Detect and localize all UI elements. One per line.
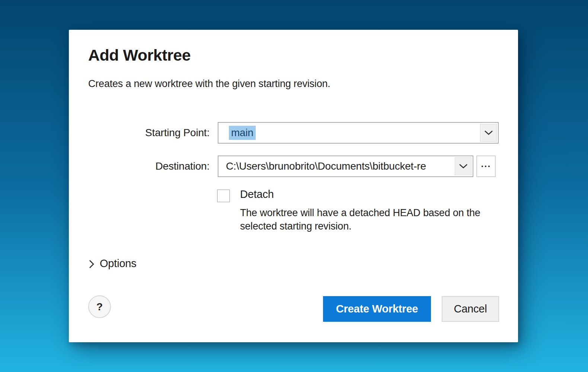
starting-point-dropdown-button[interactable]: [480, 124, 497, 142]
chevron-down-icon: [459, 164, 468, 169]
detach-description-line: The worktree will have a detached HEAD b…: [240, 206, 480, 219]
cancel-button[interactable]: Cancel: [442, 296, 499, 322]
dialog-subtitle: Creates a new worktree with the given st…: [88, 78, 330, 90]
options-label: Options: [100, 257, 137, 270]
detach-description-line: selected starting revision.: [240, 219, 480, 233]
dialog-title: Add Worktree: [88, 46, 191, 64]
detach-checkbox[interactable]: [217, 189, 230, 202]
options-expander[interactable]: Options: [89, 257, 137, 270]
starting-point-label: Starting Point:: [69, 122, 210, 144]
destination-combobox[interactable]: C:\Users\brunobrito\Documents\bitbucket-…: [218, 155, 473, 177]
chevron-down-icon: [484, 130, 493, 135]
destination-label: Destination:: [69, 155, 210, 177]
add-worktree-dialog: Add Worktree Creates a new worktree with…: [69, 30, 518, 342]
destination-value[interactable]: C:\Users\brunobrito\Documents\bitbucket-…: [226, 160, 426, 172]
create-worktree-button[interactable]: Create Worktree: [323, 296, 431, 322]
detach-row: Detach The worktree will have a detached…: [217, 188, 480, 233]
starting-point-value[interactable]: main: [229, 126, 256, 140]
detach-description: The worktree will have a detached HEAD b…: [240, 206, 480, 233]
starting-point-combobox[interactable]: main: [218, 122, 499, 144]
destination-dropdown-button[interactable]: [455, 157, 472, 175]
starting-point-row: Starting Point: main: [69, 122, 518, 144]
detach-label[interactable]: Detach: [240, 188, 480, 201]
chevron-right-icon: [89, 259, 95, 269]
browse-button[interactable]: ···: [476, 155, 496, 177]
help-button[interactable]: ?: [88, 295, 111, 318]
destination-row: Destination: C:\Users\brunobrito\Documen…: [69, 155, 518, 177]
